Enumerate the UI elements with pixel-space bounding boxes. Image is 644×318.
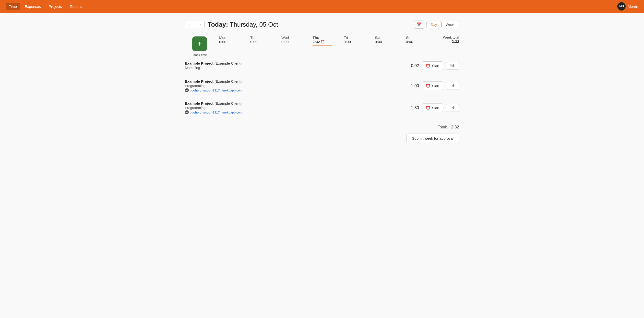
days-container: Mon 0:00 Tue 0:00 Wed 0:00 Thu 2:32 ⏰ Fr…	[214, 35, 459, 45]
total-value: 2:32	[451, 125, 459, 130]
header-row: ← → Today: Thursday, 05 Oct 📅 Day Week	[185, 20, 459, 29]
entry-category-2: Programming	[185, 84, 402, 88]
day-hours-tue: 0:00	[250, 40, 257, 44]
week-total-col: Week total 2:32	[437, 35, 459, 43]
day-hours-sat: 0:00	[375, 40, 382, 44]
entry-info-2: Example Project (Example Client) Program…	[185, 79, 402, 92]
clock-icon-thu: ⏰	[321, 40, 325, 43]
start-label-2: Start	[432, 84, 439, 88]
nav-reports[interactable]: Reports	[67, 3, 86, 10]
entry-duration-2: 1:00	[406, 83, 419, 88]
view-toggle-group: Day Week	[426, 21, 459, 28]
day-name-fri: Fri	[344, 35, 348, 40]
day-hours-wed: 0:00	[281, 40, 288, 44]
week-view-button[interactable]: Week	[441, 21, 459, 28]
entry-project-rest-1: (Example Client)	[214, 61, 242, 65]
entry-project-bold-3: Example Project	[185, 101, 214, 105]
day-hours-thu: 2:32 ⏰	[312, 40, 325, 44]
day-col-mon[interactable]: Mon 0:00	[219, 35, 239, 44]
day-col-sat[interactable]: Sat 0:00	[375, 35, 394, 44]
day-name-tue: Tue	[250, 35, 256, 40]
entry-category-1: Marketing	[185, 66, 402, 70]
week-total-label: Week total	[443, 35, 459, 39]
bugherd-icon-2: BH	[185, 88, 189, 92]
entry-info-1: Example Project (Example Client) Marketi…	[185, 61, 402, 70]
entry-project-rest-3: (Example Client)	[214, 101, 242, 105]
start-label-3: Start	[432, 106, 439, 110]
nav-projects[interactable]: Projects	[46, 3, 65, 10]
navbar: Time Expenses Projects Reports MH Merrin	[0, 0, 644, 13]
week-section: + Track time Mon 0:00 Tue 0:00 Wed 0:00 …	[185, 35, 459, 57]
entry-info-3: Example Project (Example Client) Program…	[185, 101, 402, 114]
submit-row: Submit week for approval	[185, 134, 459, 148]
start-button-2[interactable]: ⏰ Start	[422, 81, 443, 90]
week-total-hours: 2:32	[452, 39, 459, 43]
entry-title-3: Example Project (Example Client)	[185, 101, 402, 105]
start-label-1: Start	[432, 64, 439, 68]
day-view-button[interactable]: Day	[426, 21, 442, 28]
entry-title-1: Example Project (Example Client)	[185, 61, 402, 65]
day-name-sat: Sat	[375, 35, 380, 40]
clock-icon-start-2: ⏰	[426, 83, 430, 88]
current-date: Thursday, 05 Oct	[230, 21, 278, 28]
day-name-wed: Wed	[281, 35, 289, 40]
user-name: Merrin	[628, 4, 638, 8]
today-prefix: Today:	[208, 21, 228, 28]
day-col-sun[interactable]: Sun 0:00	[406, 35, 426, 44]
entry-category-3: Programming	[185, 106, 402, 110]
entry-link-2: BH bugherd-test-pr-3317.herokuapp.com	[185, 88, 402, 92]
calendar-icon: 📅	[417, 22, 422, 27]
clock-icon-start-1: ⏰	[426, 63, 430, 68]
bugherd-icon-3: BH	[185, 110, 189, 114]
entry-title-2: Example Project (Example Client)	[185, 79, 402, 83]
track-time-label: Track time	[192, 53, 207, 57]
add-time-button[interactable]: +	[192, 36, 207, 51]
edit-button-1[interactable]: Edit	[446, 62, 459, 70]
prev-date-button[interactable]: ←	[185, 21, 195, 28]
day-col-thu[interactable]: Thu 2:32 ⏰	[312, 35, 332, 45]
entry-link-url-2[interactable]: bugherd-test-pr-3317.herokuapp.com	[190, 88, 242, 92]
active-day-underline	[312, 45, 332, 45]
edit-button-2[interactable]: Edit	[446, 82, 459, 90]
start-button-3[interactable]: ⏰ Start	[422, 103, 443, 112]
add-icon: +	[198, 40, 202, 47]
entry-project-bold-2: Example Project	[185, 79, 214, 83]
entry-project-rest-2: (Example Client)	[214, 79, 242, 83]
entry-project-bold-1: Example Project	[185, 61, 214, 65]
header-left: ← → Today: Thursday, 05 Oct	[185, 21, 278, 28]
next-date-button[interactable]: →	[195, 21, 204, 28]
total-row: Total: 2:32	[185, 119, 459, 134]
day-name-sun: Sun	[406, 35, 412, 40]
day-col-fri[interactable]: Fri 0:00	[344, 35, 364, 44]
entry-link-3: BH bugherd-test-pr-3317.herokuapp.com	[185, 110, 402, 114]
edit-button-3[interactable]: Edit	[446, 104, 459, 112]
user-area[interactable]: MH Merrin	[617, 2, 638, 10]
table-row: Example Project (Example Client) Marketi…	[185, 57, 459, 75]
calendar-icon-button[interactable]: 📅	[414, 20, 424, 29]
date-title: Today: Thursday, 05 Oct	[208, 21, 278, 28]
entry-duration-1: 0:02	[406, 63, 419, 68]
total-label: Total:	[438, 125, 447, 129]
day-name-mon: Mon	[219, 35, 226, 40]
nav-expenses[interactable]: Expenses	[22, 3, 44, 10]
track-time-col: + Track time	[185, 35, 214, 57]
table-row: Example Project (Example Client) Program…	[185, 75, 459, 97]
day-col-wed[interactable]: Wed 0:00	[281, 35, 301, 44]
clock-icon-start-3: ⏰	[426, 105, 430, 110]
entry-duration-3: 1:30	[406, 105, 419, 110]
entry-link-url-3[interactable]: bugherd-test-pr-3317.herokuapp.com	[190, 111, 242, 114]
table-row: Example Project (Example Client) Program…	[185, 97, 459, 119]
day-hours-fri: 0:00	[344, 40, 351, 44]
start-button-1[interactable]: ⏰ Start	[422, 61, 443, 70]
day-name-thu: Thu	[312, 35, 319, 40]
day-hours-sun: 0:00	[406, 40, 413, 44]
day-col-tue[interactable]: Tue 0:00	[250, 35, 270, 44]
avatar: MH	[617, 2, 626, 10]
view-toggle: 📅 Day Week	[414, 20, 459, 29]
date-nav-arrows: ← →	[185, 21, 205, 28]
entries-section: Example Project (Example Client) Marketi…	[185, 57, 459, 119]
main-content: ← → Today: Thursday, 05 Oct 📅 Day Week +	[175, 13, 469, 156]
day-hours-mon: 0:00	[219, 40, 226, 44]
submit-week-button[interactable]: Submit week for approval	[406, 134, 459, 143]
nav-time[interactable]: Time	[6, 3, 20, 10]
